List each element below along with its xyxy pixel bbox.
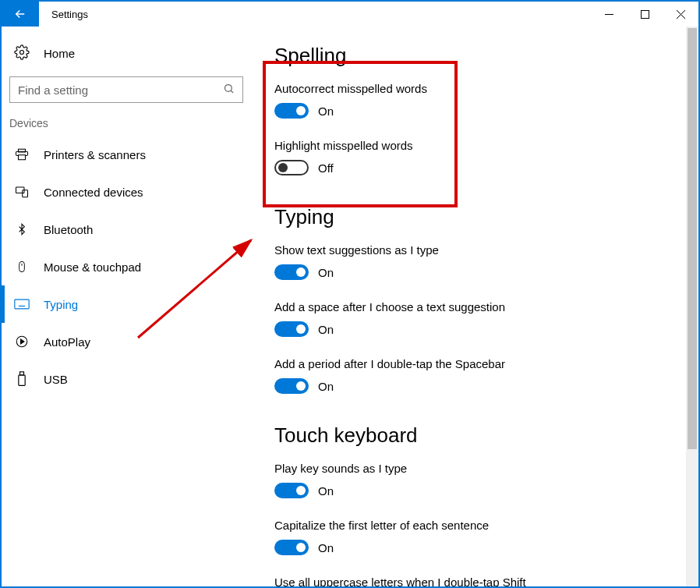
- toggle-autocorrect[interactable]: [274, 103, 309, 119]
- devices-icon: [14, 185, 30, 199]
- svg-rect-10: [23, 190, 28, 197]
- usb-icon: [14, 371, 30, 387]
- sidebar: Home Find a setting Devices Printers & s…: [2, 27, 251, 586]
- section-title-typing: Typing: [274, 205, 683, 229]
- sidebar-item-label: Bluetooth: [44, 223, 93, 236]
- window-title: Settings: [51, 9, 88, 20]
- sidebar-item-label: Typing: [44, 298, 78, 311]
- toggle-state: On: [318, 484, 334, 498]
- svg-rect-8: [19, 155, 26, 160]
- setting-label: Autocorrect misspelled words: [274, 82, 683, 95]
- svg-point-4: [20, 50, 24, 54]
- toggle-space[interactable]: [274, 321, 309, 337]
- setting-label: Use all uppercase letters when I double-…: [274, 576, 683, 586]
- sidebar-item-label: Connected devices: [44, 186, 143, 199]
- sidebar-item-connected[interactable]: Connected devices: [2, 173, 243, 211]
- keyboard-icon: [14, 299, 30, 310]
- toggle-suggestions[interactable]: [274, 264, 309, 280]
- svg-rect-21: [20, 372, 24, 375]
- minimize-button[interactable]: [591, 2, 627, 27]
- toggle-state: On: [318, 104, 334, 118]
- toggle-state: On: [318, 266, 334, 279]
- close-button[interactable]: [663, 2, 698, 27]
- setting-label: Add a period after I double-tap the Spac…: [274, 357, 683, 370]
- maximize-button[interactable]: [627, 2, 663, 27]
- setting-label: Highlight misspelled words: [274, 139, 683, 152]
- sidebar-item-mouse[interactable]: Mouse & touchpad: [2, 248, 243, 285]
- home-nav[interactable]: Home: [9, 37, 243, 69]
- sidebar-item-autoplay[interactable]: AutoPlay: [2, 323, 243, 360]
- section-title-touch: Touch keyboard: [274, 423, 683, 448]
- search-input[interactable]: Find a setting: [9, 76, 243, 103]
- setting-label: Add a space after I choose a text sugges…: [274, 300, 683, 313]
- scrollbar[interactable]: [686, 27, 698, 586]
- setting-label: Capitalize the first letter of each sent…: [274, 519, 683, 532]
- content-pane: Spelling Autocorrect misspelled words On…: [251, 27, 698, 586]
- back-button[interactable]: [2, 2, 39, 27]
- setting-label: Play key sounds as I type: [274, 462, 683, 475]
- toggle-state: On: [318, 541, 334, 554]
- search-placeholder: Find a setting: [18, 83, 88, 97]
- search-icon: [223, 83, 235, 97]
- toggle-period[interactable]: [274, 378, 309, 394]
- toggle-highlight[interactable]: [274, 160, 309, 175]
- toggle-state: On: [318, 323, 334, 336]
- section-title-spelling: Spelling: [274, 44, 683, 68]
- printer-icon: [14, 147, 30, 161]
- category-label: Devices: [9, 117, 243, 129]
- bluetooth-icon: [14, 223, 30, 236]
- toggle-state: Off: [318, 161, 334, 175]
- sidebar-item-label: Printers & scanners: [44, 148, 146, 161]
- svg-line-6: [231, 90, 233, 93]
- autoplay-icon: [14, 335, 30, 349]
- svg-rect-1: [641, 10, 649, 18]
- sidebar-item-label: AutoPlay: [44, 335, 90, 349]
- sidebar-item-usb[interactable]: USB: [2, 360, 243, 398]
- toggle-capitalize[interactable]: [274, 540, 309, 555]
- home-label: Home: [44, 47, 75, 60]
- sidebar-item-typing[interactable]: Typing: [2, 285, 243, 323]
- sidebar-item-label: Mouse & touchpad: [44, 260, 141, 274]
- toggle-state: On: [318, 380, 334, 393]
- toggle-keysounds[interactable]: [274, 483, 309, 498]
- sidebar-item-printers[interactable]: Printers & scanners: [2, 136, 243, 173]
- sidebar-item-bluetooth[interactable]: Bluetooth: [2, 211, 243, 248]
- scrollbar-thumb[interactable]: [688, 28, 697, 449]
- caption-buttons: [591, 2, 698, 27]
- gear-icon: [14, 44, 30, 62]
- svg-marker-20: [21, 339, 25, 344]
- mouse-icon: [14, 260, 30, 274]
- svg-rect-22: [19, 375, 25, 385]
- setting-label: Show text suggestions as I type: [274, 243, 683, 257]
- svg-rect-13: [15, 299, 29, 309]
- svg-rect-11: [19, 261, 25, 271]
- svg-point-5: [225, 85, 232, 92]
- sidebar-item-label: USB: [44, 373, 68, 386]
- titlebar: Settings: [2, 2, 698, 27]
